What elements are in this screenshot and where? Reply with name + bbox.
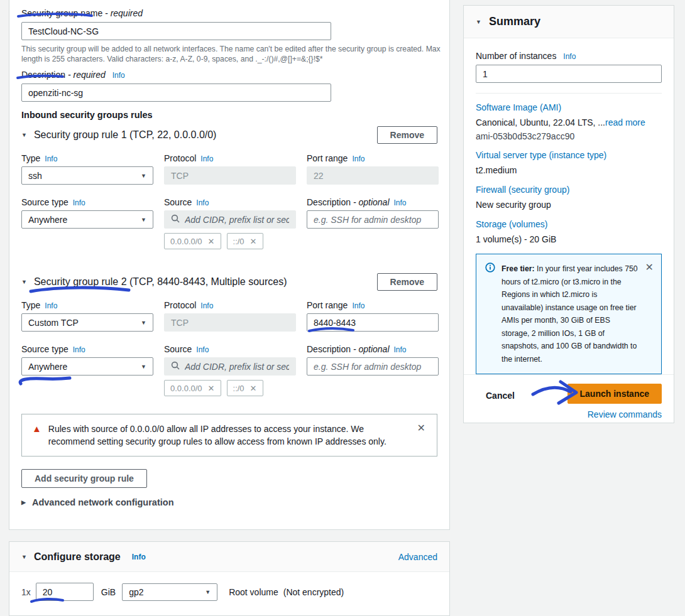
remove-chip-icon[interactable]: ✕ [208,237,215,246]
security-group-name-input[interactable] [21,22,331,40]
warning-text: Rules with source of 0.0.0.0/0 allow all… [48,423,404,448]
protocol-info-link[interactable]: Info [200,154,213,163]
rule-1-source-type-select[interactable]: Anywhere ▼ [21,210,153,229]
review-commands-link[interactable]: Review commands [588,409,662,419]
required-suffix: - required [105,8,143,18]
protocol-label: Protocol [164,300,196,310]
port-range-label: Port range [307,153,348,163]
security-group-name-label: Security group name - required [21,8,437,19]
rule-1-protocol-field: TCP [164,166,296,185]
rule-2-description-input[interactable] [307,357,439,376]
source-type-info-link[interactable]: Info [73,345,85,354]
rule-1-description-input[interactable] [307,210,439,229]
inbound-rules-title: Inbound security groups rules [21,110,437,120]
free-tier-text: Free tier: In your first year includes 7… [501,262,639,365]
security-group-name-label-text: Security group name [21,8,102,18]
instance-type-section: Virtual server type (instance type) t2.m… [476,150,662,176]
storage-info-link[interactable]: Info [132,553,146,561]
storage-volumes-value: 1 volume(s) - 20 GiB [476,234,662,245]
protocol-label: Protocol [164,153,196,163]
storage-advanced-link[interactable]: Advanced [398,552,437,562]
rule-description-info-link[interactable]: Info [394,345,407,354]
rule-description-label: Description [307,344,351,354]
caret-down-icon: ▼ [205,589,211,595]
software-image-link[interactable]: Software Image (AMI) [476,102,561,112]
firewall-section: Firewall (security group) New security g… [476,185,662,210]
cidr-chip: 0.0.0.0/0 ✕ [164,380,221,396]
network-settings-panel: Security group name - required This secu… [9,0,450,530]
volume-type-select[interactable]: gp2 ▼ [122,583,217,601]
storage-volumes-link[interactable]: Storage (volumes) [476,219,547,229]
cidr-chip: ::/0 ✕ [227,380,263,396]
chevron-down-icon: ▼ [21,554,27,560]
rule-1-port-field: 22 [307,166,439,185]
advanced-network-configuration-toggle[interactable]: ▶ Advanced network configuration [21,497,437,507]
rule-1-toggle[interactable]: ▼ Security group rule 1 (TCP, 22, 0.0.0.… [21,129,216,141]
rule-description-info-link[interactable]: Info [394,198,407,207]
port-range-info-link[interactable]: Info [352,154,364,163]
description-input[interactable] [21,84,331,102]
configure-storage-toggle[interactable]: ▼ Configure storage Info [21,551,146,563]
firewall-link[interactable]: Firewall (security group) [476,185,569,195]
rule-2-remove-button[interactable]: Remove [377,273,437,291]
rule-2-source-type-select[interactable]: Anywhere ▼ [21,357,153,376]
search-icon [171,214,180,225]
read-more-link[interactable]: read more [605,117,645,128]
chevron-right-icon: ▶ [21,499,26,505]
protocol-info-link[interactable]: Info [200,301,213,310]
caret-down-icon: ▼ [141,364,146,370]
close-icon[interactable]: ✕ [417,423,425,433]
type-info-link[interactable]: Info [45,301,57,310]
source-info-link[interactable]: Info [196,345,209,354]
type-label: Type [21,153,40,163]
rule-2-protocol-field: TCP [164,313,296,332]
volume-unit-label: GiB [101,587,116,597]
search-icon [171,361,180,372]
software-image-value: Canonical, Ubuntu, 22.04 LTS, ... [476,117,605,127]
security-group-rule-2: ▼ Security group rule 2 (TCP, 8440-8443,… [21,273,437,396]
summary-title: Summary [489,15,540,28]
number-of-instances-input[interactable] [476,65,662,83]
source-info-link[interactable]: Info [196,198,209,207]
port-range-label: Port range [307,300,348,310]
rule-1-source-input[interactable]: Add CIDR, prefix list or security [164,210,296,229]
description-label: Description - required Info [21,70,437,81]
encryption-status-label: (Not encrypted) [283,587,344,597]
volume-size-input[interactable] [36,583,94,601]
cidr-chip: ::/0 ✕ [227,233,263,249]
divider [476,93,662,94]
cidr-chip: 0.0.0.0/0 ✕ [164,233,221,249]
add-security-group-rule-button[interactable]: Add security group rule [21,469,147,488]
remove-chip-icon[interactable]: ✕ [250,384,257,393]
rule-2-source-chips: 0.0.0.0/0 ✕ ::/0 ✕ [164,380,296,396]
summary-footer: Cancel Launch instance Review commands [464,374,674,430]
description-info-link[interactable]: Info [112,71,125,80]
summary-panel: ▼ Summary Number of instances Info Softw… [463,5,674,423]
rule-1-type-select[interactable]: ssh ▼ [21,166,153,185]
instance-type-link[interactable]: Virtual server type (instance type) [476,150,606,160]
summary-toggle[interactable]: ▼ Summary [464,6,674,38]
remove-chip-icon[interactable]: ✕ [250,237,257,246]
close-icon[interactable]: ✕ [645,262,654,365]
storage-volumes-section: Storage (volumes) 1 volume(s) - 20 GiB [476,219,662,245]
port-range-info-link[interactable]: Info [352,301,364,310]
rule-2-title: Security group rule 2 (TCP, 8440-8443, M… [34,276,287,288]
info-circle-icon [485,262,495,365]
rule-2-source-input[interactable]: Add CIDR, prefix list or security [164,357,296,376]
rule-2-toggle[interactable]: ▼ Security group rule 2 (TCP, 8440-8443,… [21,276,287,288]
instances-info-link[interactable]: Info [563,52,576,61]
rule-1-title: Security group rule 1 (TCP, 22, 0.0.0.0/… [34,129,217,141]
type-info-link[interactable]: Info [45,154,57,163]
cancel-button[interactable]: Cancel [486,384,515,403]
instance-type-value: t2.medium [476,165,662,176]
rule-2-port-input[interactable] [307,313,439,332]
launch-instance-button[interactable]: Launch instance [567,384,662,404]
source-type-label: Source type [21,197,68,207]
rule-1-remove-button[interactable]: Remove [377,126,437,144]
remove-chip-icon[interactable]: ✕ [208,384,215,393]
rule-2-type-select[interactable]: Custom TCP ▼ [21,313,153,332]
source-label: Source [164,344,192,354]
source-type-info-link[interactable]: Info [73,198,85,207]
type-label: Type [21,300,40,310]
caret-down-icon: ▼ [141,173,146,179]
